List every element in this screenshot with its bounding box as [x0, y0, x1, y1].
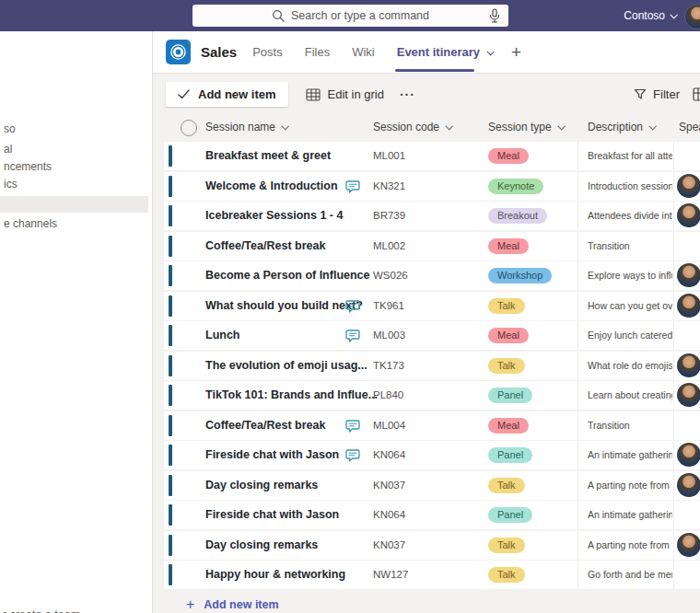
table-row[interactable]: Day closing remarks KN037 Talk A parting…	[164, 471, 700, 500]
speaker-avatar[interactable]	[677, 473, 700, 497]
description-cell: Introduction session ...	[588, 172, 672, 201]
table-row[interactable]: Become a Person of Influence WS026 Works…	[164, 261, 700, 290]
session-type-badge: Meal	[488, 328, 529, 343]
column-divider	[673, 292, 674, 320]
session-name-cell[interactable]: Day closing remarks	[205, 531, 318, 560]
table-row[interactable]: Day closing remarks KN037 Talk A parting…	[164, 531, 700, 560]
tab-posts[interactable]: Posts	[252, 45, 283, 59]
speaker-avatar[interactable]	[677, 383, 700, 407]
session-name-cell[interactable]: What should you build next?	[205, 292, 363, 320]
session-name-cell[interactable]: TikTok 101: Brands and Influe...	[205, 381, 378, 410]
more-options-button[interactable]: ···	[400, 87, 415, 102]
edit-in-grid-label: Edit in grid	[328, 87, 384, 101]
sidebar-item-selected[interactable]	[0, 196, 148, 213]
sidebar-item[interactable]: ncements	[4, 160, 52, 173]
views-icon[interactable]	[693, 87, 700, 101]
table-row[interactable]: Happy hour & networking NW127 Talk Go fo…	[164, 561, 700, 589]
session-name-cell[interactable]: Fireside chat with Jason	[205, 441, 339, 469]
channel-sidebar: soalncementsicse channels r create a tea…	[0, 31, 153, 613]
column-divider	[578, 232, 578, 260]
comment-icon[interactable]	[345, 449, 360, 462]
search-icon	[272, 9, 285, 22]
add-new-item-label: Add new item	[198, 87, 276, 101]
session-name-cell[interactable]: Fireside chat with Jason	[205, 501, 339, 529]
session-name-cell[interactable]: Day closing remarks	[205, 471, 318, 500]
tab-files[interactable]: Files	[305, 45, 330, 59]
microphone-icon[interactable]	[489, 8, 500, 23]
column-divider	[673, 531, 674, 560]
table-row[interactable]: Welcome & Introduction KN321 Keynote Int…	[164, 172, 700, 201]
filter-button[interactable]: Filter	[634, 87, 680, 101]
speaker-avatar[interactable]	[677, 174, 700, 198]
speaker-avatar[interactable]	[677, 294, 700, 318]
tab-wiki[interactable]: Wiki	[352, 45, 375, 59]
add-new-item-button[interactable]: Add new item	[166, 82, 288, 107]
tab-event-itinerary[interactable]: Event itinerary	[397, 45, 493, 59]
comment-icon[interactable]	[345, 180, 360, 193]
sidebar-item[interactable]: so	[4, 122, 16, 135]
column-header-session-name[interactable]: Session name	[205, 121, 287, 133]
tab-label: Posts	[252, 45, 283, 59]
edit-in-grid-button[interactable]: Edit in grid	[306, 87, 384, 101]
table-row[interactable]: Icebreaker Sessions 1 - 4 BR739 Breakout…	[164, 202, 700, 230]
session-name-cell[interactable]: Icebreaker Sessions 1 - 4	[205, 202, 343, 230]
session-name-cell[interactable]: Coffee/Tea/Rest break	[205, 232, 325, 260]
session-name-cell[interactable]: Welcome & Introduction	[205, 172, 338, 201]
comment-icon[interactable]	[345, 300, 360, 313]
sidebar-item[interactable]: al	[4, 143, 12, 156]
speaker-avatar[interactable]	[677, 203, 700, 227]
table-row[interactable]: Lunch ML003 Meal Enjoy lunch catered b..…	[164, 321, 700, 350]
add-new-item-footer[interactable]: + Add new item	[153, 591, 700, 613]
join-or-create-team-link[interactable]: r create a team	[3, 608, 80, 613]
tab-label: Wiki	[352, 45, 375, 59]
session-name-cell[interactable]: Breakfast meet & greet	[205, 142, 331, 170]
app-top-bar: Search or type a command Contoso	[0, 0, 700, 31]
column-header-speaker[interactable]: Speaker	[679, 121, 700, 133]
column-header-session-code[interactable]: Session code	[373, 121, 451, 133]
add-tab-button[interactable]: +	[511, 43, 521, 61]
column-header-session-type[interactable]: Session type	[488, 121, 564, 133]
session-name-cell[interactable]: Happy hour & networking	[205, 561, 345, 589]
column-divider	[578, 261, 578, 290]
speaker-avatar[interactable]	[677, 263, 700, 287]
table-row[interactable]: TikTok 101: Brands and Influe... PL840 P…	[164, 381, 700, 410]
sidebar-item[interactable]: ics	[4, 178, 18, 191]
description-cell: How can you get over...	[588, 292, 672, 320]
tab-bar: PostsFilesWikiEvent itinerary	[252, 45, 493, 59]
checkmark-icon	[178, 89, 190, 99]
table-row[interactable]: What should you build next? TK961 Talk H…	[164, 292, 700, 320]
table-row[interactable]: Coffee/Tea/Rest break ML002 Meal Transit…	[164, 232, 700, 260]
column-header-description[interactable]: Description	[588, 121, 655, 133]
session-code-cell: KN037	[373, 471, 405, 500]
channel-header: Sales PostsFilesWikiEvent itinerary +	[153, 31, 700, 74]
session-code-cell: PL840	[373, 381, 403, 410]
table-row[interactable]: Fireside chat with Jason KN064 Panel An …	[164, 501, 700, 529]
column-divider	[578, 561, 578, 589]
chevron-down-icon	[446, 122, 453, 130]
select-all-checkbox[interactable]	[181, 120, 197, 136]
table-row[interactable]: Fireside chat with Jason KN064 Panel An …	[164, 441, 700, 469]
search-input[interactable]: Search or type a command	[192, 5, 508, 27]
session-name-cell[interactable]: Lunch	[205, 321, 240, 350]
user-avatar[interactable]	[684, 4, 700, 29]
session-name-cell[interactable]: Coffee/Tea/Rest break	[205, 411, 325, 440]
sidebar-item[interactable]: e channels	[4, 217, 57, 230]
team-logo-icon[interactable]	[166, 40, 191, 64]
tenant-switcher[interactable]: Contoso	[624, 0, 676, 31]
session-name-cell[interactable]: Become a Person of Influence	[205, 261, 370, 290]
comment-icon[interactable]	[345, 330, 360, 342]
row-accent-bar	[169, 295, 172, 317]
filter-label: Filter	[653, 87, 680, 101]
table-row[interactable]: Coffee/Tea/Rest break ML004 Meal Transit…	[164, 411, 700, 440]
session-type-badge: Panel	[488, 507, 532, 523]
session-code-cell: KN037	[373, 531, 405, 560]
session-type-badge: Panel	[488, 447, 532, 463]
speaker-avatar[interactable]	[677, 353, 700, 377]
table-row[interactable]: Breakfast meet & greet ML001 Meal Breakf…	[164, 142, 700, 170]
column-divider	[673, 142, 674, 170]
session-name-cell[interactable]: The evolution of emoji usag...	[205, 352, 368, 380]
speaker-avatar[interactable]	[677, 533, 700, 557]
comment-icon[interactable]	[345, 420, 360, 433]
speaker-avatar[interactable]	[677, 443, 700, 467]
table-row[interactable]: The evolution of emoji usag... TK173 Tal…	[164, 352, 700, 380]
